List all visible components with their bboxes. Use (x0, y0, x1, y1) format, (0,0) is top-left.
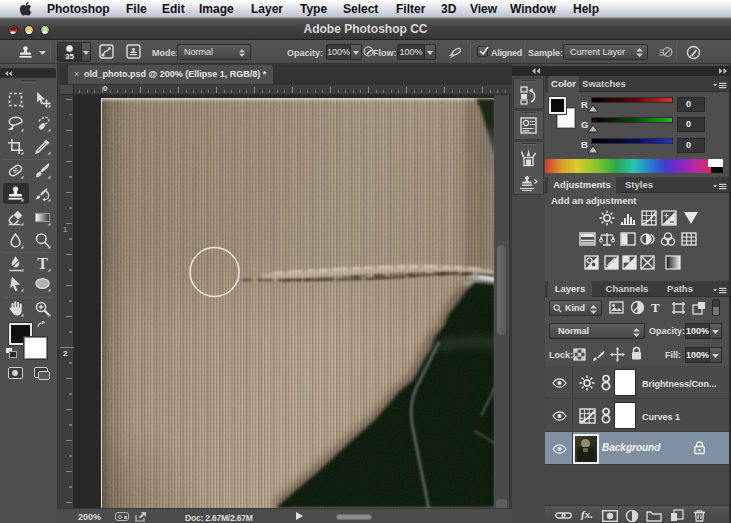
svg-text:T: T (37, 255, 48, 272)
